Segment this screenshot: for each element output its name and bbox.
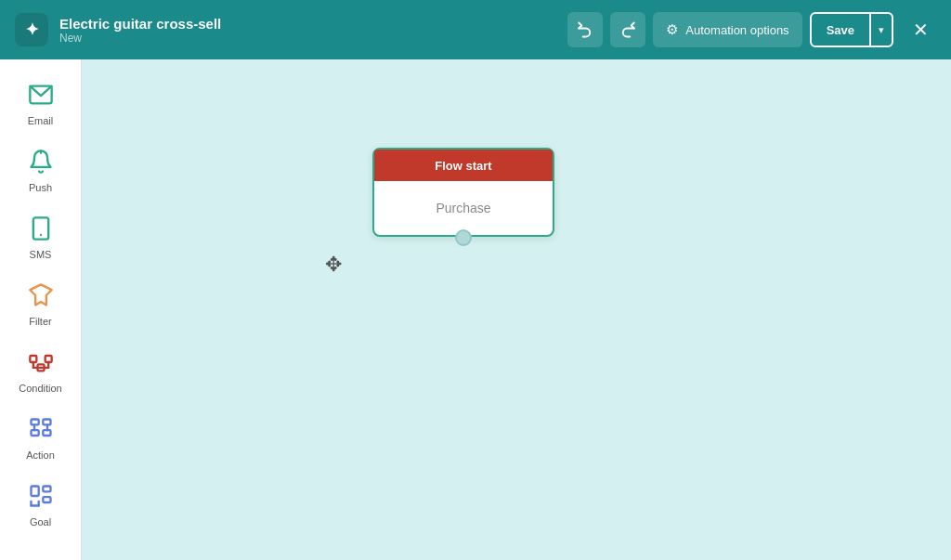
sidebar: Email Push SMS (0, 59, 82, 560)
push-icon (28, 149, 54, 175)
redo-button[interactable] (610, 12, 645, 47)
sidebar-item-push[interactable]: Push (7, 137, 74, 201)
sms-icon-wrap (24, 212, 58, 245)
sidebar-label-push: Push (29, 182, 52, 193)
goal-icon (28, 483, 54, 509)
sidebar-label-sms: SMS (30, 249, 52, 260)
flow-node-body-label: Purchase (436, 201, 490, 215)
automation-options-label: Automation options (685, 23, 788, 37)
sidebar-item-condition[interactable]: Condition (7, 338, 74, 401)
goal-icon-wrap (24, 479, 58, 513)
chevron-down-icon: ▾ (879, 24, 884, 35)
condition-icon (28, 349, 54, 375)
title-area: Electric guitar cross-sell New (59, 16, 556, 45)
close-icon: ✕ (913, 19, 929, 41)
svg-marker-4 (30, 284, 51, 305)
action-icon (28, 416, 54, 442)
condition-icon-wrap (24, 345, 58, 379)
sidebar-label-goal: Goal (30, 516, 51, 527)
sidebar-label-action: Action (26, 449, 55, 461)
sms-icon (28, 215, 54, 241)
push-icon-wrap (24, 145, 58, 178)
undo-icon (577, 21, 593, 38)
flow-node[interactable]: Flow start Purchase (372, 148, 554, 237)
app-logo: ✦ (15, 13, 48, 46)
main: Email Push SMS (0, 59, 951, 560)
gear-icon: ⚙ (666, 21, 678, 38)
close-button[interactable]: ✕ (905, 14, 936, 46)
app-title: Electric guitar cross-sell (59, 16, 556, 32)
flow-node-body: Purchase (374, 181, 553, 235)
canvas[interactable]: ✥ Flow start Purchase (82, 59, 951, 560)
save-dropdown-button[interactable]: ▾ (869, 14, 892, 46)
sidebar-item-filter[interactable]: Filter (7, 271, 74, 334)
subtitle: New (59, 32, 556, 45)
filter-icon-wrap (24, 279, 58, 312)
action-icon-wrap (24, 412, 58, 446)
svg-rect-19 (43, 487, 50, 492)
save-button[interactable]: Save (812, 14, 869, 46)
save-group: Save ▾ (810, 12, 893, 47)
header-actions: ⚙ Automation options Save ▾ ✕ (567, 12, 936, 47)
email-icon-wrap (24, 78, 58, 111)
header: ✦ Electric guitar cross-sell New ⚙ Autom… (0, 0, 951, 59)
email-icon (28, 82, 54, 108)
svg-rect-20 (43, 497, 50, 502)
flow-node-header-label: Flow start (435, 159, 491, 173)
sidebar-item-goal[interactable]: Goal (7, 472, 74, 535)
undo-button[interactable] (567, 12, 603, 47)
automation-options-button[interactable]: ⚙ Automation options (653, 12, 801, 47)
sidebar-item-email[interactable]: Email (7, 71, 74, 134)
sidebar-label-filter: Filter (29, 316, 51, 327)
sidebar-item-action[interactable]: Action (7, 405, 74, 468)
flow-node-header: Flow start (374, 150, 553, 181)
move-cursor-icon: ✥ (325, 253, 342, 277)
sidebar-label-condition: Condition (19, 383, 61, 394)
logo-symbol: ✦ (25, 20, 39, 40)
filter-icon (28, 282, 54, 308)
sidebar-label-email: Email (28, 115, 54, 126)
sidebar-item-sms[interactable]: SMS (7, 204, 74, 267)
svg-rect-18 (31, 487, 38, 497)
flow-node-connector[interactable] (455, 229, 472, 246)
redo-icon (619, 21, 636, 38)
